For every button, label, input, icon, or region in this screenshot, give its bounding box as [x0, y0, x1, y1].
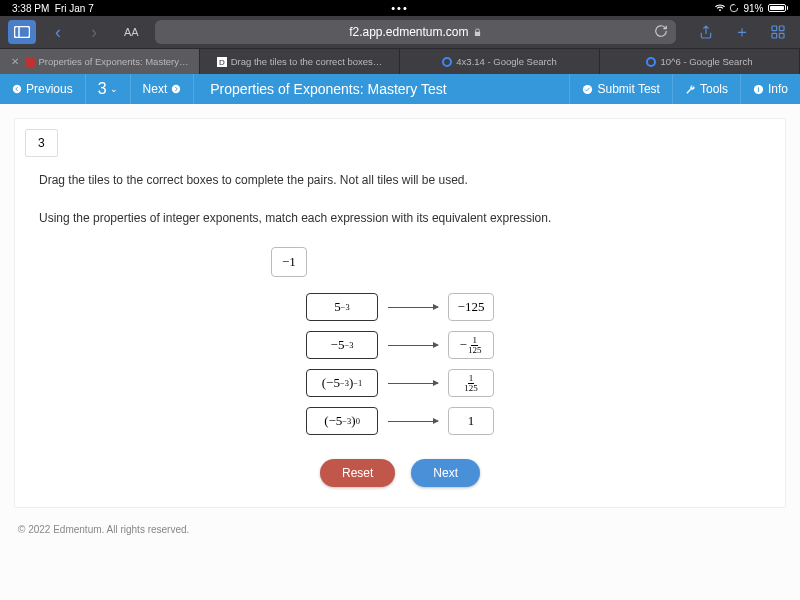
svg-point-9 [443, 58, 451, 66]
check-icon [582, 84, 593, 95]
tab-label: 4x3.14 - Google Search [456, 56, 556, 67]
address-bar[interactable]: f2.app.edmentum.com [155, 20, 676, 44]
action-buttons: Reset Next [15, 459, 785, 487]
svg-text:D: D [219, 58, 225, 67]
svg-rect-3 [779, 26, 784, 31]
answer-slot[interactable]: 1125 [448, 369, 494, 397]
status-right: 91% [715, 3, 788, 14]
instruction-text: Using the properties of integer exponent… [15, 205, 785, 231]
answer-slot[interactable]: −1125 [448, 331, 494, 359]
tile-bank: −1 [15, 247, 785, 277]
pair-row: (−5−3)−1 1125 [306, 369, 494, 397]
browser-tab[interactable]: ✕ Properties of Exponents: Mastery… [0, 49, 200, 74]
browser-toolbar: ‹ › AA f2.app.edmentum.com ＋ [0, 16, 800, 48]
close-icon[interactable]: ✕ [11, 56, 19, 67]
forward-button[interactable]: › [80, 20, 108, 44]
favicon-icon [646, 57, 656, 67]
arrow-icon [388, 383, 438, 384]
new-tab-button[interactable]: ＋ [728, 20, 756, 44]
info-button[interactable]: i Info [740, 74, 800, 104]
favicon-icon [25, 57, 35, 67]
battery-percent: 91% [743, 3, 763, 14]
footer-copyright: © 2022 Edmentum. All rights reserved. [14, 508, 786, 539]
arrow-icon [388, 345, 438, 346]
browser-tab[interactable]: D Drag the tiles to the correct boxes… [200, 49, 400, 74]
favicon-icon [442, 57, 452, 67]
browser-tab[interactable]: 4x3.14 - Google Search [400, 49, 600, 74]
lock-icon [473, 28, 482, 37]
pair-row: (−5−3)0 1 [306, 407, 494, 435]
tab-strip: ✕ Properties of Exponents: Mastery… D Dr… [0, 48, 800, 74]
pair-row: −5−3 −1125 [306, 331, 494, 359]
arrow-icon [388, 421, 438, 422]
battery-icon [768, 4, 789, 12]
favicon-icon: D [217, 57, 227, 67]
arrow-right-icon [171, 84, 181, 94]
svg-point-11 [13, 85, 21, 93]
next-question-button[interactable]: Next [411, 459, 480, 487]
question-card: 3 Drag the tiles to the correct boxes to… [14, 118, 786, 508]
answer-slot[interactable]: −125 [448, 293, 494, 321]
sidebar-toggle-button[interactable] [8, 20, 36, 44]
submit-test-button[interactable]: Submit Test [569, 74, 671, 104]
svg-rect-4 [772, 33, 777, 38]
app-header: Previous 3⌄ Next Properties of Exponents… [0, 74, 800, 104]
svg-point-10 [647, 58, 655, 66]
status-time-date: 3:38 PM Fri Jan 7 [12, 3, 94, 14]
content-area: 3 Drag the tiles to the correct boxes to… [0, 104, 800, 600]
next-button[interactable]: Next [131, 74, 195, 104]
instruction-text: Drag the tiles to the correct boxes to c… [15, 167, 785, 193]
orientation-lock-icon [729, 3, 739, 13]
expression-box[interactable]: −5−3 [306, 331, 378, 359]
share-button[interactable] [692, 20, 720, 44]
text-size-button[interactable]: AA [124, 26, 139, 38]
expression-box[interactable]: (−5−3)−1 [306, 369, 378, 397]
url-text: f2.app.edmentum.com [349, 25, 468, 39]
svg-text:i: i [758, 85, 760, 92]
tab-label: Properties of Exponents: Mastery… [39, 56, 189, 67]
svg-rect-6 [25, 57, 35, 67]
matching-pairs: 5−3 −125 −5−3 −1125 (−5−3)−1 1125 (−5−3)… [15, 293, 785, 435]
tab-overview-button[interactable] [764, 20, 792, 44]
svg-rect-5 [779, 33, 784, 38]
draggable-tile[interactable]: −1 [271, 247, 307, 277]
page-title: Properties of Exponents: Mastery Test [194, 81, 569, 97]
question-number-selector[interactable]: 3⌄ [86, 74, 131, 104]
browser-tab[interactable]: 10^6 - Google Search [600, 49, 800, 74]
status-bar: 3:38 PM Fri Jan 7 ••• 91% [0, 0, 800, 16]
info-icon: i [753, 84, 764, 95]
multitasking-dots[interactable]: ••• [391, 2, 409, 14]
refresh-icon[interactable] [654, 24, 668, 41]
pair-row: 5−3 −125 [306, 293, 494, 321]
answer-slot[interactable]: 1 [448, 407, 494, 435]
arrow-icon [388, 307, 438, 308]
question-badge: 3 [25, 129, 58, 157]
back-button[interactable]: ‹ [44, 20, 72, 44]
svg-rect-0 [15, 27, 30, 38]
expression-box[interactable]: (−5−3)0 [306, 407, 378, 435]
tools-button[interactable]: Tools [672, 74, 740, 104]
wifi-icon [715, 3, 725, 13]
tab-label: Drag the tiles to the correct boxes… [231, 56, 383, 67]
svg-rect-2 [772, 26, 777, 31]
expression-box[interactable]: 5−3 [306, 293, 378, 321]
previous-button[interactable]: Previous [0, 74, 86, 104]
tab-label: 10^6 - Google Search [660, 56, 752, 67]
reset-button[interactable]: Reset [320, 459, 395, 487]
wrench-icon [685, 84, 696, 95]
svg-point-12 [172, 85, 180, 93]
arrow-left-icon [12, 84, 22, 94]
